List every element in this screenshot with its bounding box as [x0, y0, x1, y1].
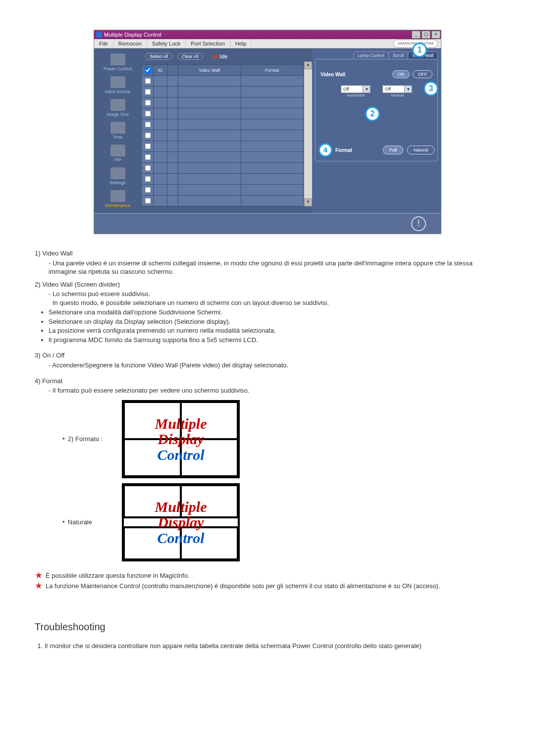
tab-lamp-control[interactable]: Lamp Control: [353, 51, 389, 59]
format-full-button[interactable]: Full: [383, 146, 403, 154]
maintenance-icon: [110, 190, 125, 202]
row-checkbox[interactable]: [145, 89, 151, 95]
row-checkbox[interactable]: [145, 144, 151, 150]
row-checkbox[interactable]: [145, 133, 151, 139]
doc-bullet: Selezionare un display da Display select…: [49, 317, 500, 326]
row-checkbox[interactable]: [145, 100, 151, 106]
row-checkbox[interactable]: [145, 165, 151, 171]
row-checkbox[interactable]: [145, 154, 151, 160]
tile-label-naturale: Naturale: [62, 518, 122, 527]
menu-remocon[interactable]: Remocon: [113, 39, 147, 48]
header-checkbox[interactable]: [145, 67, 151, 73]
table-row[interactable]: [142, 87, 304, 98]
sidebar-power-control[interactable]: Power Control: [94, 51, 141, 74]
row-checkbox[interactable]: [145, 176, 151, 182]
table-row[interactable]: [142, 98, 304, 108]
doc-text: - Una parete video è un insieme di scher…: [49, 259, 500, 276]
mdc-word: Multiple: [124, 499, 238, 514]
doc-text: - Accendere/Spegnere la funzione Video W…: [49, 361, 500, 370]
app-icon: [96, 32, 102, 38]
scroll-down-icon[interactable]: ▼: [304, 199, 312, 206]
table-row[interactable]: [142, 119, 304, 130]
display-table: ID Video Wall Format: [141, 64, 304, 206]
table-row[interactable]: [142, 163, 304, 174]
sidebar-input-source[interactable]: Input Source: [94, 74, 141, 97]
video-wall-on-button[interactable]: ON: [392, 70, 410, 78]
star-icon: ★: [35, 571, 43, 579]
callout-2: 2: [365, 106, 380, 121]
image-size-icon: [110, 99, 125, 111]
video-wall-label: Video Wall: [321, 72, 389, 77]
col-status: [167, 65, 178, 76]
star-icon: ★: [35, 582, 43, 590]
col-id: ID: [154, 65, 167, 76]
sidebar-label: Image Size: [107, 112, 129, 117]
menu-port-selection[interactable]: Port Selection: [186, 39, 230, 48]
row-checkbox[interactable]: [145, 122, 151, 128]
doc-item-3: 3) On / Off: [35, 351, 500, 360]
app-title: Multiple Display Control: [104, 30, 161, 39]
table-scrollbar[interactable]: ▲ ▼: [304, 61, 312, 206]
callout-1: 1: [412, 43, 427, 57]
close-button[interactable]: ×: [431, 31, 440, 39]
mdc-word: Display: [124, 514, 238, 530]
table-row[interactable]: [142, 196, 304, 206]
chevron-down-icon: ▾: [404, 86, 412, 93]
doc-bullet: Selezionare una modalità dall'opzione Su…: [49, 308, 500, 317]
window-buttons: _ ▢ ×: [411, 30, 441, 40]
table-row[interactable]: [142, 185, 304, 196]
row-checkbox[interactable]: [145, 78, 151, 84]
row-checkbox[interactable]: [145, 111, 151, 117]
sidebar-label: Power Control: [104, 66, 132, 71]
menu-safety-lock[interactable]: Safety Lock: [147, 39, 186, 48]
mdc-word: Display: [124, 431, 238, 447]
power-icon: [110, 53, 125, 65]
format-natural-button[interactable]: Natural: [407, 146, 434, 154]
sidebar-time[interactable]: Time: [94, 120, 141, 143]
menu-help[interactable]: Help: [230, 39, 252, 48]
minimize-button[interactable]: _: [412, 31, 421, 39]
doc-item-1: 1) Video Wall: [35, 249, 500, 258]
select-all-button[interactable]: Select All: [145, 53, 172, 60]
input-source-icon: [110, 76, 125, 88]
table-row[interactable]: [142, 130, 304, 141]
table-row[interactable]: [142, 141, 304, 152]
vertical-value: Off: [385, 87, 391, 92]
idle-label: Idle: [220, 54, 228, 59]
menu-file[interactable]: File: [94, 39, 113, 48]
app-window: Multiple Display Control _ ▢ × File Remo…: [94, 30, 441, 234]
sidebar-pip[interactable]: PIP: [94, 143, 141, 165]
row-checkbox[interactable]: [145, 187, 151, 193]
sidebar-maintenance[interactable]: Maintenance: [94, 188, 141, 211]
doc-item-2: 2) Video Wall (Screen divider): [35, 280, 500, 289]
tile-label-formato: 2) Formato :: [62, 435, 122, 444]
col-check: [142, 65, 154, 76]
tab-scroll[interactable]: Scroll: [388, 51, 409, 59]
idle-indicator: Idle: [214, 54, 228, 59]
scroll-up-icon[interactable]: ▲: [304, 61, 312, 69]
sidebar-image-size[interactable]: Image Size: [94, 97, 141, 120]
table-row[interactable]: [142, 108, 304, 119]
table-row[interactable]: [142, 174, 304, 185]
sidebar-settings[interactable]: Settings: [94, 165, 141, 188]
maximize-button[interactable]: ▢: [422, 31, 430, 39]
table-row[interactable]: [142, 76, 304, 87]
video-wall-off-button[interactable]: OFF: [413, 70, 432, 78]
sidebar-label: Input Source: [105, 89, 130, 94]
vertical-select[interactable]: Off▾: [382, 85, 412, 93]
format-tile-natural: Multiple Display Control: [122, 483, 240, 561]
horizontal-label: Horizontal: [347, 93, 365, 98]
settings-icon: [110, 167, 125, 179]
clear-all-button[interactable]: Clear All: [177, 53, 203, 60]
format-tile-full: Multiple Display Control: [122, 400, 240, 478]
table-row[interactable]: [142, 152, 304, 163]
horizontal-select[interactable]: Off▾: [341, 85, 371, 93]
col-format: Format: [241, 65, 304, 76]
row-checkbox[interactable]: [145, 198, 151, 204]
note-text: È possibile utilizzare questa funzione i…: [46, 571, 190, 580]
doc-bullet: La posizione verrà configurata premendo …: [49, 326, 500, 335]
sidebar-label: PIP: [114, 157, 121, 162]
scroll-track[interactable]: [304, 69, 312, 199]
menubar: File Remocon Safety Lock Port Selection …: [94, 39, 441, 49]
document-body: 1) Video Wall - Una parete video è un in…: [35, 249, 500, 651]
